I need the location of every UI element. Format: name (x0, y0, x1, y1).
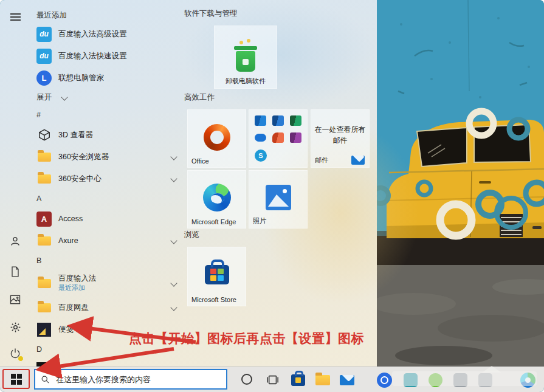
tile-group-title: 软件下载与管理 (184, 9, 238, 19)
chevron-down-icon[interactable] (170, 280, 177, 286)
task-view-icon (266, 374, 280, 386)
tile-uninstall-software[interactable]: 卸载电脑软件 (214, 26, 277, 89)
app-item-360-browser[interactable]: 360安全浏览器 (29, 146, 182, 168)
app-item-360-security[interactable]: 360安全中心 (29, 168, 182, 190)
app-list-header: A (29, 190, 182, 208)
office-icon (204, 124, 230, 151)
sticky-notes-icon (36, 322, 52, 337)
tile-photos[interactable]: 照片 (249, 170, 308, 229)
power-update-badge (18, 356, 24, 362)
photos-icon (266, 185, 291, 210)
hamburger-menu-icon[interactable] (8, 10, 22, 24)
tile-microsoft-edge[interactable]: Microsoft Edge (187, 170, 246, 229)
uninstall-trash-icon (233, 46, 258, 72)
tile-group-title: 浏览 (184, 230, 199, 240)
taskbar-mail-icon[interactable] (339, 373, 354, 388)
dolby-audio-icon: DD (36, 362, 52, 367)
task-view-button[interactable] (266, 374, 280, 386)
store-icon (205, 265, 229, 284)
start-menu-tiles: 软件下载与管理 卸载电脑软件 高效工作 Office (182, 0, 377, 366)
app-item-baidu-advanced[interactable]: du 百度输入法高级设置 (29, 23, 182, 45)
3d-viewer-icon (36, 128, 52, 143)
taskbar-lenovo-manager-icon[interactable] (377, 373, 392, 388)
power-icon[interactable] (8, 346, 22, 360)
taskbar-search-box[interactable] (34, 369, 227, 390)
watermark-overlay (392, 371, 537, 386)
chevron-down-icon[interactable] (170, 237, 177, 244)
tile-office-apps[interactable]: S (249, 109, 308, 168)
onedrive-icon (255, 134, 266, 142)
folder-icon (36, 171, 52, 187)
pictures-icon[interactable] (8, 292, 22, 307)
windows-logo-icon (11, 374, 22, 385)
mail-icon (351, 156, 365, 165)
app-list-header: B (29, 252, 182, 270)
desktop-wallpaper (377, 0, 544, 366)
powerpoint-icon (272, 132, 284, 143)
taskbar-store-icon[interactable] (291, 373, 306, 388)
search-input[interactable] (55, 374, 221, 385)
start-menu-sidebar (0, 0, 29, 366)
lenovo-manager-icon: L (36, 70, 52, 86)
app-item-dolby-audio[interactable]: DD Dolby Audio (29, 359, 182, 366)
app-item-access[interactable]: A Access (29, 208, 182, 230)
app-item-baidu-netdisk[interactable]: 百度网盘 (29, 297, 182, 318)
app-item-baidu-ime-folder[interactable]: 百度输入法 最近添加 (29, 270, 182, 297)
start-menu-app-list: 最近添加 du 百度输入法高级设置 du 百度输入法快速设置 L 联想电脑管家 … (29, 0, 182, 366)
chevron-down-icon[interactable] (170, 153, 177, 160)
app-list-header: 最近添加 (29, 7, 182, 23)
annotation-text: 点击【开始】图标后再点击【设置】图标 (129, 330, 364, 347)
baidu-input-icon: du (36, 49, 52, 64)
tile-group-title: 高效工作 (184, 92, 215, 103)
taskbar (0, 366, 544, 392)
chevron-down-icon[interactable] (170, 304, 177, 311)
taskbar-file-explorer-icon[interactable] (315, 373, 330, 388)
app-item-baidu-quick[interactable]: du 百度输入法快速设置 (29, 45, 182, 67)
user-account-icon[interactable] (8, 234, 22, 249)
access-icon: A (36, 211, 52, 227)
baidu-input-icon: du (36, 27, 52, 42)
chevron-down-icon (61, 94, 67, 100)
folder-icon (36, 233, 52, 249)
outlook-icon (255, 115, 266, 126)
edge-icon (203, 184, 231, 211)
app-item-lenovo-manager[interactable]: L 联想电脑管家 (29, 67, 182, 89)
search-icon (41, 375, 50, 384)
word-icon (272, 115, 284, 126)
app-item-axure[interactable]: Axure (29, 230, 182, 252)
onenote-icon (290, 132, 301, 143)
expand-button[interactable]: 展开 (29, 89, 182, 106)
tile-office[interactable]: Office (187, 109, 246, 168)
wallpaper-art (377, 0, 544, 366)
cortana-button[interactable] (241, 374, 252, 385)
tile-mail[interactable]: 在一处查看所有邮件 邮件 (311, 109, 370, 168)
app-list-header: # (29, 106, 182, 124)
start-button[interactable] (2, 369, 30, 389)
app-item-3d-viewer[interactable]: 3D 查看器 (29, 124, 182, 146)
documents-icon[interactable] (8, 264, 22, 279)
windows-desktop-screenshot: 最近添加 du 百度输入法高级设置 du 百度输入法快速设置 L 联想电脑管家 … (0, 0, 544, 392)
folder-icon (36, 276, 52, 291)
tile-microsoft-store[interactable]: Microsoft Store (187, 247, 246, 306)
office-suite-icons: S (255, 115, 303, 163)
folder-icon (36, 150, 52, 165)
folder-icon (36, 300, 52, 315)
chevron-down-icon[interactable] (170, 175, 177, 182)
excel-icon (290, 115, 301, 126)
skype-icon: S (255, 150, 267, 162)
settings-gear-icon[interactable] (8, 320, 22, 334)
start-menu-panel: 最近添加 du 百度输入法高级设置 du 百度输入法快速设置 L 联想电脑管家 … (0, 0, 377, 366)
